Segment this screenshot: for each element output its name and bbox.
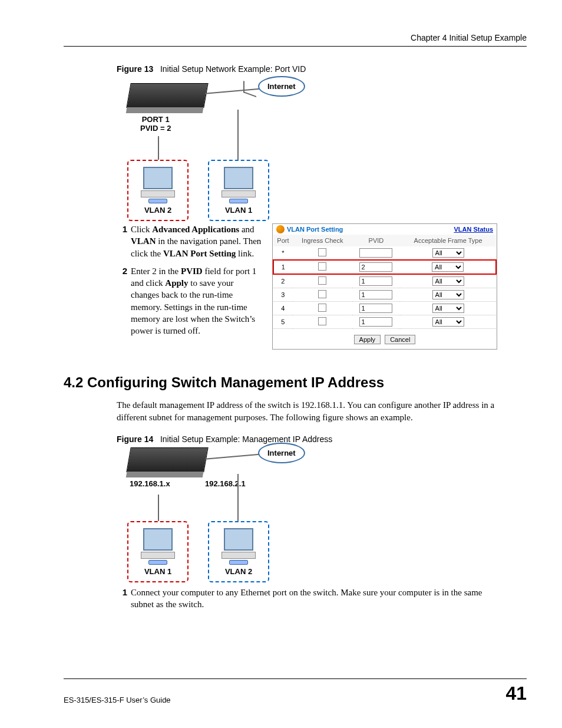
footer-guide: ES-315/ES-315-F User’s Guide [64, 696, 171, 704]
apply-button[interactable]: Apply [354, 335, 381, 344]
section-4-2-para: The default management IP address of the… [117, 399, 527, 424]
internet-cloud: Internet [258, 76, 305, 97]
step-text: Click Advanced Applications and VLAN in … [131, 223, 264, 259]
pvid-input[interactable] [359, 317, 392, 327]
figure13-steps: 1 Click Advanced Applications and VLAN i… [117, 223, 264, 342]
ingress-checkbox[interactable] [318, 248, 326, 256]
vlan1-label: VLAN 1 [128, 567, 187, 576]
port-cell: 5 [273, 315, 293, 329]
wire-left [158, 495, 159, 521]
pvid-input[interactable] [359, 304, 392, 313]
vlan1-label: VLAN 1 [209, 206, 268, 215]
vlan1-box: VLAN 1 [208, 160, 269, 221]
col-ingress: Ingress Check [293, 235, 352, 246]
pc-base-icon [141, 190, 175, 197]
switch-icon [126, 447, 208, 472]
internet-cloud: Internet [258, 443, 305, 463]
pc-base-icon [222, 552, 256, 559]
aft-cell: All [400, 246, 496, 260]
vlan2-box: VLAN 2 [208, 521, 269, 582]
pc-icon [224, 528, 253, 551]
col-aft: Acceptable Frame Type [400, 235, 496, 246]
wire-right [237, 474, 239, 521]
aft-select[interactable]: All [432, 248, 464, 258]
figure14-steps: 1 Connect your computer to any Ethernet … [117, 587, 494, 611]
aft-cell: All [400, 274, 496, 288]
ingress-checkbox[interactable] [318, 290, 326, 298]
table-row: 1All [273, 260, 496, 274]
vlan1-box: VLAN 1 [127, 521, 189, 582]
page-number: 41 [505, 683, 527, 704]
port1-line2: PVID = 2 [140, 124, 171, 133]
ingress-checkbox[interactable] [318, 262, 326, 271]
port-cell: 1 [273, 260, 293, 274]
ingress-cell [293, 274, 352, 288]
col-port: Port [273, 235, 293, 246]
vlan2-label: VLAN 2 [128, 206, 187, 215]
aft-cell: All [400, 288, 496, 302]
col-pvid: PVID [352, 235, 400, 246]
keyboard-icon [229, 560, 248, 565]
ingress-cell [293, 302, 352, 315]
ip-right-label: 192.168.2.1 [205, 479, 246, 488]
ingress-checkbox[interactable] [318, 317, 326, 325]
vlan2-label: VLAN 2 [209, 567, 268, 576]
figure14-label: Figure 14 [117, 434, 153, 444]
ingress-cell [293, 288, 352, 302]
chapter-header: Chapter 4 Initial Setup Example [64, 33, 527, 47]
pc-icon [224, 167, 253, 189]
tab-indicator-icon [276, 225, 285, 233]
pvid-input[interactable] [359, 276, 392, 286]
step-number: 2 [117, 265, 127, 337]
aft-select[interactable]: All [432, 262, 464, 272]
pvid-input[interactable] [359, 290, 392, 299]
port1-line1: PORT 1 [142, 115, 170, 124]
wire-left [158, 136, 159, 160]
pc-base-icon [141, 552, 175, 559]
pvid-cell [352, 302, 400, 315]
ingress-cell [293, 260, 352, 274]
table-row: 2All [273, 274, 496, 288]
pvid-input[interactable] [359, 248, 392, 258]
aft-select[interactable]: All [432, 276, 464, 286]
pvid-input[interactable] [359, 262, 392, 272]
aft-cell: All [400, 302, 496, 315]
port-cell: 3 [273, 288, 293, 302]
figure13-text: Initial Setup Network Example: Port VID [160, 64, 306, 74]
figure14-diagram: Internet 192.168.1.x 192.168.2.1 VLAN 1 … [117, 447, 317, 583]
figure14-caption: Figure 14 Initial Setup Example: Managem… [117, 434, 527, 444]
step-text: Connect your computer to any Ethernet po… [131, 587, 494, 611]
aft-select[interactable]: All [432, 317, 464, 327]
port-cell: * [273, 246, 293, 260]
ingress-cell [293, 315, 352, 329]
uplink-z [243, 81, 256, 97]
page-footer: ES-315/ES-315-F User’s Guide 41 [64, 678, 527, 704]
vlan-status-link[interactable]: VLAN Status [454, 226, 493, 233]
vlan2-box: VLAN 2 [127, 160, 189, 221]
pvid-cell [352, 274, 400, 288]
switch-icon [126, 83, 208, 108]
ingress-checkbox[interactable] [318, 304, 326, 312]
ingress-cell [293, 246, 352, 260]
keyboard-icon [229, 199, 248, 203]
cancel-button[interactable]: Cancel [385, 335, 415, 344]
aft-select[interactable]: All [432, 290, 464, 299]
aft-select[interactable]: All [432, 304, 464, 313]
pvid-cell [352, 288, 400, 302]
table-row: 5All [273, 315, 496, 329]
keyboard-icon [148, 560, 167, 565]
wire-right [237, 110, 239, 160]
figure14-text: Initial Setup Example: Management IP Add… [160, 434, 332, 444]
pvid-cell [352, 260, 400, 274]
port-cell: 4 [273, 302, 293, 315]
vlan-port-table: Port Ingress Check PVID Acceptable Frame… [273, 235, 497, 329]
ingress-checkbox[interactable] [318, 276, 326, 285]
step-text: Enter 2 in the PVID field for port 1 and… [131, 265, 264, 337]
aft-cell: All [400, 315, 496, 329]
pc-base-icon [222, 190, 256, 197]
keyboard-icon [148, 199, 167, 203]
pvid-cell [352, 315, 400, 329]
panel-title: VLAN Port Setting [287, 226, 454, 233]
pc-icon [143, 167, 173, 189]
pvid-cell [352, 246, 400, 260]
